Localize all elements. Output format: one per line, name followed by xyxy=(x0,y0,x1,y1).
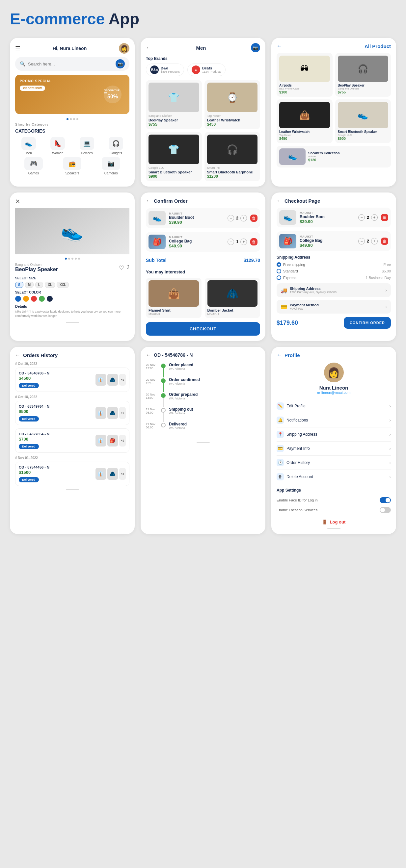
avatar[interactable]: 👩 xyxy=(119,43,129,54)
checkout-boot-inc[interactable]: + xyxy=(371,214,378,221)
profile-shipping[interactable]: 📍 Shipping Address › xyxy=(277,427,391,441)
checkout-bag-del[interactable]: 🗑 xyxy=(381,238,388,245)
shipping-free[interactable]: Free shipping Free xyxy=(277,262,391,267)
ap-sneakers-card[interactable]: 👟 Sneakers Collection Adidas $120 xyxy=(277,146,391,167)
orders-back-button[interactable]: ← xyxy=(15,352,21,358)
profile-payment[interactable]: 💳 Payment Info › xyxy=(277,441,391,456)
favorite-icon[interactable]: ♡ xyxy=(119,264,124,272)
profile-delete[interactable]: 🗑 Delete Account › xyxy=(277,470,391,484)
product-beospeaker[interactable]: 👕 Bang and Olufsen BeoPlay Speaker $755 xyxy=(146,80,202,129)
payment-row[interactable]: 💳 Payment Method MAUi-Pay › xyxy=(277,300,391,314)
bag-qty-ctrl: − 1 + xyxy=(228,239,247,245)
track-connector-1 xyxy=(163,368,164,377)
product-wristwatch[interactable]: ⌚ Tag Heuer Leather Wristwatch $450 xyxy=(204,80,260,129)
size-xxl[interactable]: XXL xyxy=(57,282,69,288)
track-connector-4 xyxy=(163,413,164,422)
checkout-bag-dec[interactable]: − xyxy=(358,238,365,245)
search-input[interactable] xyxy=(28,62,113,66)
boot-delete[interactable]: 🗑 xyxy=(250,215,258,222)
cat-games[interactable]: 🎮Games xyxy=(15,157,52,175)
profile-edit[interactable]: ✏️ Edit Profile › xyxy=(277,399,391,413)
all-back-button[interactable]: ← xyxy=(277,43,282,49)
cat-women[interactable]: 👠Women xyxy=(44,137,71,155)
int-bomber[interactable]: 🧥 Bomber Jacket MAUIKIT xyxy=(205,278,260,318)
cat-men[interactable]: 👟Men xyxy=(15,137,42,155)
boot-decrement[interactable]: − xyxy=(228,215,234,221)
color-red[interactable] xyxy=(31,296,37,302)
cat-devices[interactable]: 💻Devices xyxy=(74,137,100,155)
tracking-back-button[interactable]: ← xyxy=(146,352,151,358)
size-s[interactable]: S xyxy=(15,282,23,288)
checkout-boot-del[interactable]: 🗑 xyxy=(381,214,388,221)
color-navy[interactable] xyxy=(47,296,53,302)
shipping-section: Shipping Address Free shipping Free Stan… xyxy=(277,255,391,280)
confirm-back-button[interactable]: ← xyxy=(146,198,151,204)
boot-qty-ctrl: − 2 + xyxy=(228,215,247,221)
bag-delete[interactable]: 🗑 xyxy=(250,238,258,245)
address-row[interactable]: 🚚 Shipping Address 1205 Burberry Ave, Sy… xyxy=(277,283,391,297)
close-icon[interactable]: ✕ xyxy=(15,198,20,205)
location-toggle[interactable] xyxy=(380,507,391,513)
camera-icon[interactable]: 📷 xyxy=(251,43,260,52)
delete-arrow-icon: › xyxy=(389,474,391,479)
brand-beats[interactable]: ● Beats 1124 Products xyxy=(187,63,226,76)
cat-cameras[interactable]: 📷Cameras xyxy=(92,157,129,175)
checkout-boot: 👟 MAUIKIT Boulder Boot $39.90 − 2 + 🗑 xyxy=(277,208,391,227)
size-xl[interactable]: XL xyxy=(45,282,55,288)
detail-close[interactable]: ✕ xyxy=(15,198,129,205)
size-m[interactable]: M xyxy=(25,282,34,288)
size-row: S M L XL XXL xyxy=(15,282,129,288)
order-87544456: OD - 87544456 - N $1500 Delivered 👔 🧥 +4 xyxy=(15,462,129,486)
share-icon[interactable]: ⤴ xyxy=(127,264,129,272)
logout-button[interactable]: 🚪 Log out xyxy=(277,520,391,525)
brands-title: Top Brands xyxy=(146,56,260,61)
promo-banner: PROMO SPECIAL ORDER NOW DISCOUNT UP TO 5… xyxy=(15,75,129,114)
boot-image: 👟 xyxy=(148,211,166,225)
confirm-title: Confirm Order xyxy=(154,198,188,204)
profile-notifications[interactable]: 🔔 Notifications › xyxy=(277,413,391,427)
shipping-express[interactable]: Express 1 Business Day xyxy=(277,275,391,280)
address-arrow-icon: › xyxy=(385,287,387,293)
size-label: SELECT SIZE xyxy=(15,276,129,280)
ap-wristwatch[interactable]: 👜 Leather Wristwatch Tag Heuer $450 xyxy=(277,99,332,143)
product-earphone[interactable]: 🎧 Smart Inc Smart Bluetooth Earphone $12… xyxy=(204,132,260,181)
ap-airpods[interactable]: 🕶 Airpods B&o Phone Case $100 xyxy=(277,53,332,97)
camera-button[interactable]: 📷 xyxy=(116,59,125,68)
checkout-boot-dec[interactable]: − xyxy=(358,214,365,221)
boot-qty: 2 xyxy=(236,216,238,220)
men-title: Men xyxy=(196,45,206,51)
confirm-order-button[interactable]: CONFIRM ORDER xyxy=(344,317,391,329)
radio-standard[interactable] xyxy=(277,269,281,273)
shipping-standard[interactable]: Standard $5.00 xyxy=(277,269,391,273)
boot-increment[interactable]: + xyxy=(240,215,247,221)
screen-order-tracking: ← OD - 54548786 - N 20 Nov12:00 Order pl… xyxy=(141,347,265,534)
checkout-button[interactable]: CHECKOUT xyxy=(146,322,260,336)
radio-express[interactable] xyxy=(277,275,281,280)
order-now-button[interactable]: ORDER NOW xyxy=(20,86,45,91)
order-68349764: OD - 68349764 - N $500 Delivered 👔 🧥 +1 xyxy=(15,401,129,425)
profile-back-button[interactable]: ← xyxy=(277,352,282,358)
search-bar[interactable]: 🔍 📷 xyxy=(15,57,129,71)
menu-icon[interactable]: ☰ xyxy=(15,45,21,52)
bag-increment[interactable]: + xyxy=(240,239,247,245)
color-yellow[interactable] xyxy=(23,296,29,302)
checkout-bag-inc[interactable]: + xyxy=(371,238,378,245)
brand-bo[interactable]: B&o B&o $893 Products xyxy=(146,63,184,76)
faceid-toggle[interactable] xyxy=(380,497,391,503)
color-blue[interactable] xyxy=(15,296,21,302)
cat-gadgets[interactable]: 🎧Gadgets xyxy=(103,137,129,155)
back-button[interactable]: ← xyxy=(146,45,151,51)
profile-order-history[interactable]: 🕐 Order History › xyxy=(277,456,391,470)
home-header: ☰ Hi, Nura Lineon 👩 xyxy=(15,43,129,54)
bag-decrement[interactable]: − xyxy=(228,239,234,245)
cat-speakers[interactable]: 📻Speakers xyxy=(54,157,91,175)
product-btspeaker[interactable]: 👕 Google LLC Smart Bluetooth Speaker $90… xyxy=(146,132,202,181)
color-green[interactable] xyxy=(39,296,45,302)
ap-beospeaker[interactable]: 🎧 BeoPlay Speaker Bang and Olufsen $755 xyxy=(335,53,391,97)
order-item-bag: 🎒 MAUIKIT College Bag $49.90 − 1 + 🗑 xyxy=(146,232,260,252)
ap-btspeaker[interactable]: 👟 Smart Bluetooth Speaker Google LLC $90… xyxy=(335,99,391,143)
int-flannel[interactable]: 👜 Flannel Shirt MAUIKIT xyxy=(146,278,202,318)
checkout-back-button[interactable]: ← xyxy=(277,198,282,204)
size-l[interactable]: L xyxy=(35,282,43,288)
radio-free[interactable] xyxy=(277,262,281,267)
